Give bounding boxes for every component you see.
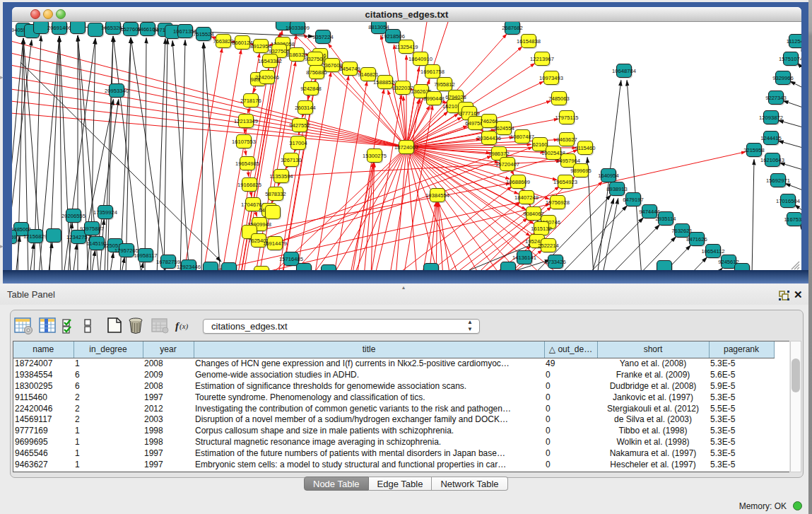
svg-text:93975887: 93975887: [80, 226, 104, 232]
svg-text:8938913: 8938913: [606, 186, 628, 192]
svg-text:62160: 62160: [532, 141, 547, 148]
svg-text:8471626: 8471626: [686, 236, 707, 243]
svg-text:1733426: 1733426: [545, 259, 566, 265]
svg-text:1640954: 1640954: [598, 173, 619, 179]
svg-text:16033809: 16033809: [286, 25, 310, 31]
svg-text:8813054: 8813054: [368, 24, 389, 30]
svg-text:10958117: 10958117: [134, 252, 157, 259]
svg-text:10807487: 10807487: [510, 134, 534, 140]
svg-text:15692971: 15692971: [766, 177, 790, 184]
svg-text:10654112: 10654112: [701, 248, 724, 255]
svg-text:19218506: 19218506: [381, 33, 405, 40]
svg-text:12093872: 12093872: [759, 115, 783, 121]
svg-text:20364436: 20364436: [477, 135, 501, 141]
svg-text:14136141: 14136141: [512, 255, 536, 261]
svg-text:17975115: 17975115: [555, 115, 578, 121]
svg-text:11325419: 11325419: [394, 44, 418, 50]
svg-text:3215958: 3215958: [743, 147, 765, 153]
svg-text:9115460: 9115460: [575, 145, 596, 151]
svg-text:9899695: 9899695: [570, 168, 592, 174]
svg-text:9427552: 9427552: [289, 122, 310, 129]
svg-text:9084067: 9084067: [523, 211, 544, 217]
svg-text:9357224: 9357224: [312, 34, 334, 40]
svg-text:8756885: 8756885: [306, 69, 327, 76]
svg-text:14957964: 14957964: [556, 158, 580, 164]
svg-text:2687682: 2687682: [502, 25, 523, 31]
svg-text:7515524: 7515524: [193, 31, 214, 37]
svg-text:3267130: 3267130: [281, 157, 302, 163]
svg-text:15720407: 15720407: [495, 161, 519, 168]
svg-text:16210643: 16210643: [760, 157, 784, 163]
svg-text:6479197: 6479197: [623, 197, 644, 203]
svg-text:39159: 39159: [12, 234, 17, 240]
svg-text:9327508: 9327508: [305, 56, 326, 62]
svg-text:3624554: 3624554: [493, 125, 514, 132]
svg-text:2718176: 2718176: [240, 98, 261, 104]
svg-text:18724007: 18724007: [394, 144, 418, 151]
svg-text:8990448: 8990448: [423, 95, 445, 102]
svg-text:746266: 746266: [480, 118, 498, 124]
svg-text:10688609: 10688609: [506, 179, 530, 185]
svg-text:10648784: 10648784: [612, 68, 636, 74]
svg-text:18640910: 18640910: [408, 56, 433, 62]
svg-text:7663822: 7663822: [213, 38, 234, 45]
svg-text:15300275: 15300275: [363, 153, 387, 159]
svg-text:317004: 317004: [289, 140, 307, 146]
svg-text:7632621: 7632621: [671, 228, 693, 234]
svg-text:15751074: 15751074: [779, 56, 801, 62]
svg-text:19654923: 19654923: [553, 179, 577, 185]
svg-text:17016504: 17016504: [776, 198, 800, 204]
svg-text:12156829: 12156829: [23, 233, 47, 240]
svg-text:20691406: 20691406: [47, 25, 71, 31]
svg-text:10973493: 10973493: [539, 75, 563, 81]
svg-text:12923446: 12923446: [177, 264, 201, 270]
svg-text:9777169: 9777169: [459, 110, 480, 117]
svg-text:18407249: 18407249: [514, 194, 539, 201]
svg-text:22420046: 22420046: [255, 74, 279, 81]
svg-text:7955812: 7955812: [434, 81, 455, 88]
svg-text:2603144: 2603144: [295, 105, 316, 111]
svg-text:7485063: 7485063: [548, 95, 570, 102]
svg-text:16543382: 16543382: [258, 58, 282, 64]
svg-text:20206555: 20206555: [61, 213, 86, 219]
svg-text:16961758: 16961758: [420, 69, 445, 75]
svg-text:12213967: 12213967: [530, 56, 554, 62]
svg-text:7986372: 7986372: [488, 151, 510, 157]
svg-text:20953340: 20953340: [105, 88, 129, 94]
svg-text:2935114: 2935114: [656, 216, 676, 222]
svg-text:9242848: 9242848: [300, 86, 322, 92]
svg-text:19166825: 19166825: [237, 182, 261, 188]
svg-text:9474444: 9474444: [639, 209, 660, 215]
svg-text:1112541: 1112541: [787, 38, 801, 45]
svg-text:9227343: 9227343: [765, 95, 787, 101]
svg-text:16914479: 16914479: [263, 240, 287, 247]
svg-text:19654985: 19654985: [235, 160, 259, 167]
svg-text:11353594: 11353594: [269, 173, 293, 180]
svg-text:17359924: 17359924: [93, 209, 117, 216]
svg-text:1167534: 1167534: [784, 216, 802, 223]
svg-text:1244415: 1244415: [760, 135, 782, 141]
svg-text:1615132: 1615132: [531, 226, 552, 232]
svg-text:9146821: 9146821: [358, 71, 379, 78]
svg-text:12213349: 12213349: [234, 118, 258, 124]
svg-text:9329966: 9329966: [772, 75, 794, 81]
svg-text:19384554: 19384554: [425, 192, 449, 199]
svg-text:2522214: 2522214: [538, 243, 559, 249]
svg-text:19756928: 19756928: [546, 199, 570, 206]
svg-text:16107553: 16107553: [232, 139, 256, 145]
svg-text:15716485: 15716485: [279, 256, 303, 262]
svg-text:9463627: 9463627: [556, 136, 577, 143]
svg-text:(x): (x): [180, 322, 189, 331]
svg-text:5878332: 5878332: [265, 191, 286, 197]
svg-text:16154838: 16154838: [517, 38, 541, 45]
